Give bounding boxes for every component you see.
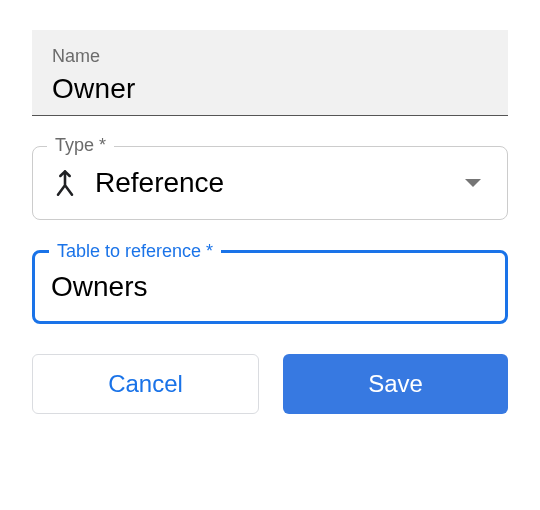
chevron-down-icon (465, 179, 481, 187)
cancel-button[interactable]: Cancel (32, 354, 259, 414)
type-value: Reference (95, 167, 465, 199)
table-reference-label: Table to reference * (49, 241, 221, 262)
name-label: Name (52, 46, 488, 67)
type-select[interactable]: Type * Reference (32, 146, 508, 220)
table-reference-value: Owners (51, 271, 489, 303)
name-value: Owner (52, 73, 488, 105)
dialog-actions: Cancel Save (32, 354, 508, 414)
column-config-dialog: Name Owner Type * Reference Table to ref… (0, 0, 540, 444)
save-button[interactable]: Save (283, 354, 508, 414)
type-label: Type * (47, 135, 114, 156)
name-field[interactable]: Name Owner (32, 30, 508, 116)
table-reference-select[interactable]: Table to reference * Owners (32, 250, 508, 324)
merge-arrow-icon (51, 169, 79, 197)
